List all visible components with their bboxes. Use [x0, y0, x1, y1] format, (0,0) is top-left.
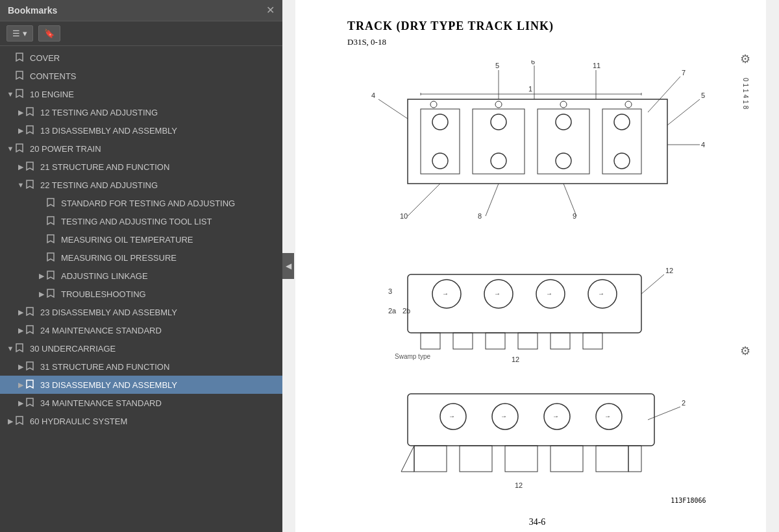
options-button[interactable]: ☰ ▾: [6, 25, 33, 42]
tree-item-measuring-oil-pressure[interactable]: MEASURING OIL PRESSURE: [0, 248, 282, 267]
bookmark-icon: [47, 234, 57, 245]
svg-text:Swamp type: Swamp type: [395, 353, 430, 360]
svg-text:12: 12: [515, 481, 523, 489]
tree-item-engine[interactable]: 10 ENGINE: [0, 85, 282, 103]
gear-icon-top: ⚙: [740, 52, 750, 66]
bookmark-icon: [16, 71, 26, 81]
svg-point-7: [556, 114, 571, 130]
tree-item-standard-for-testing[interactable]: STANDARD FOR TESTING AND ADJUSTING: [0, 194, 282, 212]
bookmark-tree[interactable]: COVER CONTENTS 10 ENGINE 12 TESTING AND …: [0, 46, 282, 532]
tree-item-maintenance-34[interactable]: 34 MAINTENANCE STANDARD: [0, 394, 282, 412]
svg-text:11: 11: [593, 62, 600, 69]
expand-arrow[interactable]: [5, 90, 16, 98]
tree-item-hydraulic[interactable]: 60 HYDRAULIC SYSTEM: [0, 412, 282, 430]
tree-item-label: 34 MAINTENANCE STANDARD: [40, 398, 277, 408]
collapse-panel-button[interactable]: ◀: [282, 253, 294, 279]
tree-item-structure-31[interactable]: 31 STRUCTURE AND FUNCTION: [0, 357, 282, 376]
svg-rect-41: [408, 274, 641, 333]
bookmark-icon: [26, 361, 36, 372]
document-subtitle: D31S, 0-18: [347, 37, 727, 47]
bookmark-icon: [26, 380, 36, 390]
svg-point-6: [491, 114, 506, 130]
tree-item-disassembly-33[interactable]: 33 DISASSEMBLY AND ASSEMBLY: [0, 376, 282, 394]
bookmarks-panel: Bookmarks ✕ ☰ ▾ 🔖 COVER CONTENTS 10 ENGI…: [0, 0, 282, 532]
svg-text:4: 4: [701, 141, 705, 149]
bookmark-icon: [47, 289, 57, 299]
svg-rect-4: [602, 109, 641, 174]
expand-arrow[interactable]: [5, 145, 16, 152]
svg-rect-2: [473, 109, 525, 174]
tree-item-testing-adj-22[interactable]: 22 TESTING AND ADJUSTING: [0, 176, 282, 194]
expand-arrow[interactable]: [16, 399, 26, 407]
tree-item-measuring-oil-temp[interactable]: MEASURING OIL TEMPERATURE: [0, 230, 282, 248]
tree-item-label: 30 UNDERCARRIAGE: [30, 344, 277, 354]
toolbar: ☰ ▾ 🔖: [0, 21, 282, 46]
tree-item-testing-tool-list[interactable]: TESTING AND ADJUSTING TOOL LIST: [0, 212, 282, 230]
svg-line-31: [486, 184, 499, 216]
svg-text:2a: 2a: [388, 307, 397, 315]
svg-rect-42: [421, 333, 440, 349]
expand-arrow[interactable]: [16, 308, 26, 317]
tree-item-cover[interactable]: COVER: [0, 49, 282, 67]
expand-arrow[interactable]: [36, 272, 47, 280]
bookmark-icon: [16, 89, 26, 99]
tree-item-label: TESTING AND ADJUSTING TOOL LIST: [61, 217, 277, 226]
tree-item-troubleshooting[interactable]: TROUBLESHOOTING: [0, 285, 282, 303]
svg-text:→: →: [449, 413, 455, 420]
tree-item-disassembly-13[interactable]: 13 DISASSEMBLY AND ASSEMBLY: [0, 121, 282, 139]
tree-item-adjusting-linkage[interactable]: ADJUSTING LINKAGE: [0, 267, 282, 285]
tree-item-contents[interactable]: CONTENTS: [0, 67, 282, 85]
tree-item-label: 12 TESTING AND ADJUSTING: [40, 108, 277, 117]
expand-arrow[interactable]: [16, 381, 26, 389]
tree-item-maintenance-24[interactable]: 24 MAINTENANCE STANDARD: [0, 321, 282, 339]
bookmark-icon: [47, 198, 57, 208]
track-diagram-top: 5 6 11 7 5 4 10 8 9 4: [369, 60, 706, 242]
tree-item-power-train[interactable]: 20 POWER TRAIN: [0, 139, 282, 158]
bookmark-icon: [47, 271, 57, 281]
svg-line-23: [648, 77, 680, 112]
options-icon: ☰: [12, 29, 20, 38]
tree-item-label: 23 DISASSEMBLY AND ASSEBMLY: [40, 308, 277, 317]
svg-text:→: →: [442, 290, 449, 297]
tree-item-undercarriage[interactable]: 30 UNDERCARRIAGE: [0, 339, 282, 357]
expand-arrow[interactable]: [16, 326, 26, 335]
svg-text:5: 5: [701, 91, 705, 99]
expand-arrow[interactable]: [36, 290, 47, 298]
svg-point-14: [495, 101, 502, 108]
svg-line-59: [641, 274, 664, 294]
svg-line-29: [408, 184, 440, 216]
bookmark-icon: [47, 252, 57, 263]
expand-arrow[interactable]: [16, 108, 26, 117]
svg-rect-63: [408, 394, 654, 446]
svg-rect-45: [518, 333, 538, 349]
close-button[interactable]: ✕: [266, 5, 275, 16]
svg-text:3: 3: [388, 287, 392, 295]
tree-item-label: MEASURING OIL TEMPERATURE: [61, 235, 277, 245]
expand-arrow[interactable]: [5, 345, 16, 352]
expand-arrow[interactable]: [16, 181, 26, 189]
expand-arrow[interactable]: [16, 127, 26, 135]
expand-arrow[interactable]: [16, 363, 26, 371]
svg-point-15: [560, 101, 567, 108]
svg-line-33: [563, 184, 576, 216]
svg-text:1: 1: [528, 85, 532, 93]
svg-marker-69: [401, 446, 414, 472]
svg-point-8: [614, 114, 630, 130]
tree-item-testing-adj-12[interactable]: 12 TESTING AND ADJUSTING: [0, 103, 282, 121]
svg-rect-46: [550, 333, 570, 349]
tree-item-label: COVER: [30, 53, 277, 63]
tree-item-structure-21[interactable]: 21 STRUCTURE AND FUNCTION: [0, 158, 282, 176]
svg-text:→: →: [552, 413, 559, 420]
expand-arrow[interactable]: [5, 417, 16, 426]
panel-header: Bookmarks ✕: [0, 0, 282, 21]
tree-item-disassembly-23[interactable]: 23 DISASSEMBLY AND ASSEBMLY: [0, 303, 282, 321]
expand-arrow[interactable]: [16, 163, 26, 171]
track-diagram-swamp: → → → → 2 12: [369, 381, 706, 494]
bookmark-icon: [26, 307, 36, 317]
svg-line-79: [648, 407, 680, 420]
tree-item-label: 21 STRUCTURE AND FUNCTION: [40, 162, 277, 172]
svg-text:5: 5: [495, 62, 499, 69]
svg-marker-70: [628, 446, 641, 472]
bookmark-view-button[interactable]: 🔖: [38, 25, 60, 42]
tree-item-label: 20 POWER TRAIN: [30, 144, 277, 154]
